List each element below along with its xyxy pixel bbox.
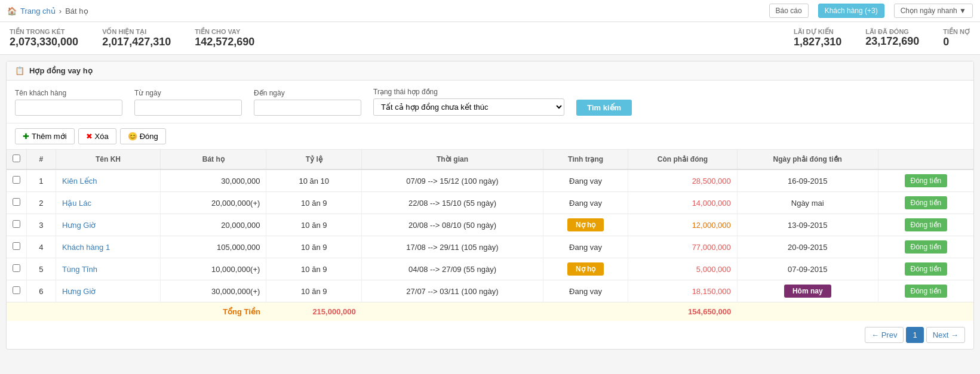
- row-thoi-gian-4: 04/08 --> 27/09 (55 ngày): [362, 258, 543, 280]
- row-tinh-trang-4: Nợ họ: [543, 258, 628, 280]
- delete-button[interactable]: ✖ Xóa: [78, 128, 116, 144]
- row-con-phai-dong-4: 5,000,000: [628, 258, 737, 280]
- breadcrumb-home[interactable]: Trang chủ: [20, 7, 56, 16]
- dong-tien-button-5[interactable]: Đóng tiền: [905, 285, 948, 298]
- row-num-3: 4: [27, 236, 56, 258]
- row-tinh-trang-0: Đang vay: [543, 169, 628, 192]
- table-row: 2Hậu Lác20,000,000(+)10 ăn 922/08 --> 15…: [7, 192, 973, 214]
- row-bat-ho-5: 30,000,000(+): [161, 280, 266, 302]
- total-end-spacer: [737, 302, 973, 322]
- filter-row: Tên khách hàng Từ ngày Đến ngày Trạng th…: [15, 88, 965, 116]
- row-con-phai-dong-2: 12,000,000: [628, 214, 737, 236]
- dong-tien-button-2[interactable]: Đóng tiền: [905, 218, 948, 231]
- pagination-bar: ← Prev 1 Next →: [7, 321, 973, 349]
- row-action-4: Đóng tiền: [878, 258, 973, 280]
- row-thoi-gian-5: 27/07 --> 03/11 (100 ngày): [362, 280, 543, 302]
- total-con-phai-dong: 154,650,000: [628, 302, 737, 322]
- stats-right: LÃI DỰ KIẾN 1,827,310 LÃI ĐÃ ĐÓNG 23,172…: [794, 28, 970, 48]
- row-bat-ho-3: 105,000,000: [161, 236, 266, 258]
- add-new-button[interactable]: ✚ Thêm mới: [15, 128, 75, 144]
- to-date-input[interactable]: [254, 100, 361, 116]
- date-text-0: 16-09-2015: [788, 177, 828, 186]
- next-button[interactable]: Next →: [926, 327, 965, 343]
- customer-button[interactable]: Khách hàng (+3): [818, 4, 884, 18]
- row-num-0: 1: [27, 169, 56, 192]
- page-title: 📋 Hợp đồng vay họ: [7, 61, 973, 81]
- page-1-button[interactable]: 1: [906, 327, 923, 343]
- row-action-1: Đóng tiền: [878, 192, 973, 214]
- row-name-5: Hưng Giờ: [56, 280, 160, 302]
- row-checkbox-5[interactable]: [13, 286, 20, 294]
- row-name-3: Khách hàng 1: [56, 236, 160, 258]
- stat-von-hien-tai-value: 2,017,427,310: [102, 36, 171, 48]
- filter-status: Trạng thái hợp đồng Tất cả hợp đồng chưa…: [373, 88, 564, 116]
- stat-tien-cho-vay: TIỀN CHO VAY 142,572,690: [195, 28, 254, 48]
- page-content: 📋 Hợp đồng vay họ Tên khách hàng Từ ngày…: [6, 61, 974, 350]
- status-select[interactable]: Tất cả hợp đồng chưa kết thúc Đang vay N…: [373, 98, 564, 116]
- delete-icon: ✖: [86, 132, 93, 141]
- row-name-link-0[interactable]: Kiên Lếch: [62, 177, 97, 186]
- stat-von-hien-tai-label: VỐN HIỆN TẠI: [102, 28, 171, 36]
- row-ngay-5: Hôm nay: [737, 280, 878, 302]
- total-tinh-trang-spacer: [543, 302, 628, 322]
- date-text-1: Ngày mai: [791, 199, 824, 208]
- row-ty-le-3: 10 ăn 9: [266, 236, 362, 258]
- status-text-5: Đang vay: [569, 287, 602, 296]
- row-checkbox-4[interactable]: [13, 264, 20, 272]
- from-date-input[interactable]: [134, 100, 242, 116]
- row-ngay-4: 07-09-2015: [737, 258, 878, 280]
- row-checkbox-cell-5: [7, 280, 27, 302]
- close-label: Đóng: [140, 132, 158, 141]
- date-badge-5: Hôm nay: [784, 285, 831, 298]
- dong-tien-button-1[interactable]: Đóng tiền: [905, 196, 948, 209]
- row-name-0: Kiên Lếch: [56, 169, 160, 192]
- date-picker-button[interactable]: Chọn ngày nhanh ▼: [894, 4, 973, 18]
- dong-tien-button-3[interactable]: Đóng tiền: [905, 240, 948, 254]
- row-name-link-2[interactable]: Hưng Giờ: [62, 221, 96, 230]
- total-bat-ho: 215,000,000: [266, 302, 362, 322]
- stat-lai-du-kien-value: 1,827,310: [794, 36, 841, 48]
- top-nav-right: Báo cáo Khách hàng (+3) Chọn ngày nhanh …: [769, 4, 973, 18]
- table-container: # Tên KH Bát họ Tỷ lệ Thời gian Tình trạ…: [7, 150, 973, 321]
- close-button[interactable]: 😊 Đóng: [120, 128, 166, 144]
- row-name-link-4[interactable]: Tùng Tĩnh: [62, 265, 97, 274]
- row-thoi-gian-0: 07/09 --> 15/12 (100 ngày): [362, 169, 543, 192]
- action-bar: ✚ Thêm mới ✖ Xóa 😊 Đóng: [7, 123, 973, 150]
- status-label: Trạng thái hợp đồng: [373, 88, 564, 96]
- status-text-1: Đang vay: [569, 199, 602, 208]
- header-bat-ho: Bát họ: [161, 150, 266, 169]
- row-ty-le-1: 10 ăn 9: [266, 192, 362, 214]
- delete-label: Xóa: [95, 132, 109, 141]
- row-ty-le-0: 10 ăn 10: [266, 169, 362, 192]
- row-checkbox-1[interactable]: [13, 198, 20, 206]
- prev-button[interactable]: ← Prev: [865, 327, 904, 343]
- stat-lai-da-dong: LÃI ĐÃ ĐÓNG 23,172,690: [865, 28, 919, 48]
- stat-lai-du-kien-label: LÃI DỰ KIẾN: [794, 28, 841, 36]
- row-ty-le-4: 10 ăn 9: [266, 258, 362, 280]
- row-tinh-trang-5: Đang vay: [543, 280, 628, 302]
- select-all-checkbox[interactable]: [13, 154, 20, 162]
- header-ngay-phai-dong: Ngày phải đóng tiền: [737, 150, 878, 169]
- search-button[interactable]: Tìm kiếm: [576, 100, 632, 116]
- total-spacer: [7, 302, 161, 322]
- customer-name-input[interactable]: [15, 100, 122, 116]
- report-button[interactable]: Báo cáo: [769, 4, 809, 18]
- status-text-3: Đang vay: [569, 243, 602, 252]
- row-checkbox-cell-4: [7, 258, 27, 280]
- row-name-link-3[interactable]: Khách hàng 1: [62, 243, 110, 252]
- row-action-2: Đóng tiền: [878, 214, 973, 236]
- stat-tien-cho-vay-label: TIỀN CHO VAY: [195, 28, 254, 36]
- home-icon: 🏠: [7, 7, 17, 16]
- row-bat-ho-0: 30,000,000: [161, 169, 266, 192]
- row-name-link-1[interactable]: Hậu Lác: [62, 199, 91, 208]
- dong-tien-button-4[interactable]: Đóng tiền: [905, 262, 948, 276]
- row-num-4: 5: [27, 258, 56, 280]
- row-checkbox-2[interactable]: [13, 220, 20, 228]
- row-checkbox-0[interactable]: [13, 176, 20, 184]
- header-name: Tên KH: [56, 150, 160, 169]
- row-tinh-trang-1: Đang vay: [543, 192, 628, 214]
- row-checkbox-3[interactable]: [13, 242, 20, 250]
- dong-tien-button-0[interactable]: Đóng tiền: [905, 174, 948, 187]
- row-name-link-5[interactable]: Hưng Giờ: [62, 287, 96, 296]
- row-ty-le-5: 10 ăn 9: [266, 280, 362, 302]
